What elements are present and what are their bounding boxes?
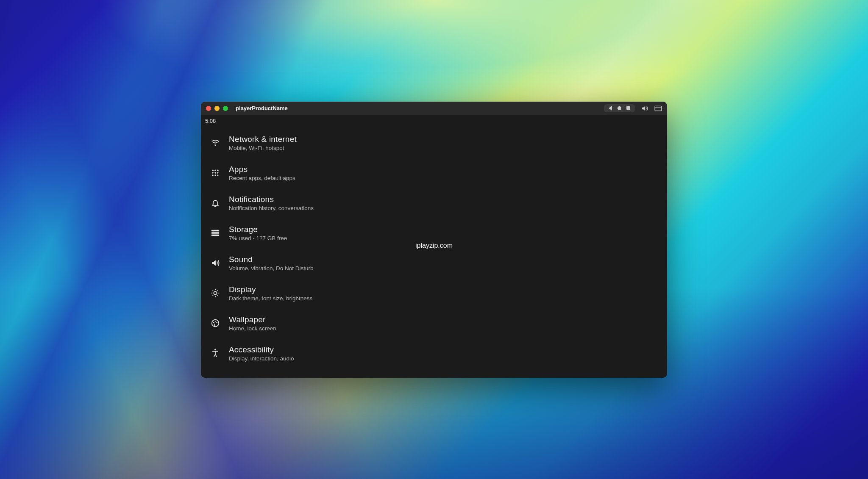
settings-item-subtitle: Home, lock screen [229, 325, 276, 332]
svg-point-12 [214, 174, 216, 176]
settings-item-title: Network & internet [229, 135, 297, 144]
accessibility-icon [210, 348, 220, 358]
svg-point-9 [214, 172, 216, 173]
svg-rect-16 [211, 235, 219, 236]
settings-item-subtitle: Mobile, Wi-Fi, hotspot [229, 145, 297, 151]
svg-point-8 [212, 172, 214, 173]
settings-item-title: Notifications [229, 195, 314, 204]
svg-point-5 [212, 170, 214, 171]
settings-item-apps[interactable]: Apps Recent apps, default apps [201, 158, 667, 188]
volume-icon[interactable] [641, 105, 648, 112]
svg-point-21 [216, 322, 217, 323]
svg-point-19 [213, 322, 214, 323]
svg-point-10 [217, 172, 218, 173]
home-icon[interactable] [617, 106, 622, 111]
display-icon [210, 288, 220, 298]
svg-rect-15 [211, 232, 219, 234]
settings-list: Network & internet Mobile, Wi-Fi, hotspo… [201, 128, 667, 378]
settings-item-subtitle: Notification history, conversations [229, 205, 314, 211]
settings-item-sound[interactable]: Sound Volume, vibration, Do Not Disturb [201, 248, 667, 278]
settings-item-storage[interactable]: Storage 7% used - 127 GB free [201, 218, 667, 248]
svg-rect-1 [626, 106, 630, 110]
svg-point-20 [215, 321, 216, 321]
svg-rect-14 [211, 230, 219, 232]
close-button[interactable] [206, 106, 211, 111]
minimize-button[interactable] [214, 106, 220, 111]
svg-point-6 [214, 170, 216, 171]
settings-item-subtitle: Dark theme, font size, brightness [229, 295, 312, 302]
settings-item-title: Storage [229, 225, 287, 234]
settings-item-subtitle: Recent apps, default apps [229, 175, 295, 181]
settings-item-title: Sound [229, 255, 314, 264]
settings-item-subtitle: Display, interaction, audio [229, 355, 294, 362]
settings-item-notifications[interactable]: Notifications Notification history, conv… [201, 188, 667, 218]
app-window: playerProductName [201, 102, 667, 378]
svg-point-7 [217, 170, 218, 171]
settings-item-title: Accessibility [229, 345, 294, 354]
svg-point-17 [214, 291, 217, 294]
svg-point-18 [212, 320, 219, 327]
settings-item-subtitle: Volume, vibration, Do Not Disturb [229, 265, 314, 271]
fullscreen-icon[interactable] [654, 105, 662, 111]
window-controls [206, 106, 228, 111]
wallpaper-icon [210, 318, 220, 328]
recents-icon[interactable] [626, 106, 631, 111]
settings-item-title: Apps [229, 165, 295, 174]
svg-rect-2 [655, 106, 662, 111]
svg-point-13 [217, 174, 218, 176]
titlebar: playerProductName [201, 102, 667, 115]
wifi-icon [210, 138, 220, 148]
settings-item-wallpaper[interactable]: Wallpaper Home, lock screen [201, 308, 667, 338]
svg-point-11 [212, 174, 214, 176]
back-icon[interactable] [608, 106, 613, 111]
settings-item-subtitle: 7% used - 127 GB free [229, 235, 287, 241]
svg-point-22 [214, 349, 216, 351]
storage-icon [210, 228, 220, 238]
window-title: playerProductName [236, 105, 288, 111]
settings-item-title: Wallpaper [229, 315, 276, 324]
emulator-screen: 5:08 iplayzip.com Network & internet Mob… [201, 115, 667, 378]
player-controls-pill [604, 104, 635, 112]
svg-point-0 [618, 106, 621, 110]
settings-item-display[interactable]: Display Dark theme, font size, brightnes… [201, 278, 667, 308]
status-time: 5:08 [205, 118, 216, 124]
settings-item-network[interactable]: Network & internet Mobile, Wi-Fi, hotspo… [201, 128, 667, 158]
titlebar-right-controls [604, 104, 662, 112]
sound-icon [210, 258, 220, 268]
maximize-button[interactable] [223, 106, 228, 111]
settings-item-title: Display [229, 285, 312, 294]
settings-item-accessibility[interactable]: Accessibility Display, interaction, audi… [201, 338, 667, 368]
svg-point-4 [215, 145, 216, 146]
bell-icon [210, 198, 220, 208]
apps-icon [210, 168, 220, 178]
